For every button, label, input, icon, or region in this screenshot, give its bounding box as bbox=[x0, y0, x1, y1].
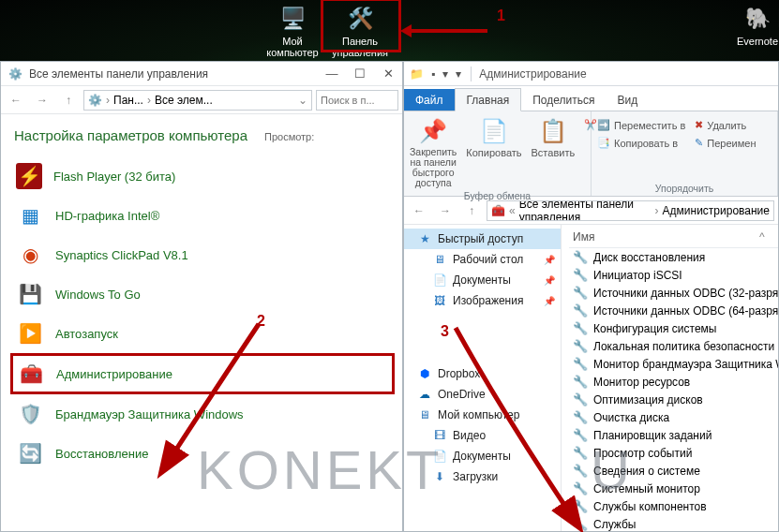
new-folder-icon[interactable]: ▾ bbox=[442, 67, 448, 81]
forward-button[interactable]: → bbox=[31, 89, 53, 111]
column-header[interactable]: Имя ^ bbox=[569, 229, 778, 248]
pin-to-quick-access-button[interactable]: 📌 Закрепить на панели быстрого доступа bbox=[410, 115, 457, 188]
breadcrumb-segment[interactable]: Все элементы панели управления bbox=[519, 200, 652, 221]
usb-drive-icon: 💾 bbox=[16, 280, 44, 308]
cp-item-firewall[interactable]: 🛡️ Брандмауэр Защитника Windows bbox=[10, 394, 395, 434]
nav-item-label: Рабочий стол bbox=[453, 253, 523, 266]
close-button[interactable]: ✕ bbox=[374, 66, 402, 81]
cp-item-autorun[interactable]: ▶️ Автозапуск bbox=[10, 314, 395, 353]
move-to-button[interactable]: ➡️Переместить в bbox=[597, 119, 685, 131]
file-item[interactable]: 🔧Локальная политика безопасности bbox=[569, 337, 778, 355]
annotation-number-1: 1 bbox=[497, 7, 505, 24]
copy-to-button[interactable]: 📑Копировать в bbox=[597, 137, 685, 149]
control-panel-icon: ⚙️ bbox=[88, 94, 102, 107]
file-item[interactable]: 🔧Службы bbox=[569, 515, 778, 531]
onedrive-icon: ☁ bbox=[417, 388, 432, 401]
desktop-icon-cropped[interactable]: 📓 No bbox=[772, 4, 779, 47]
nav-onedrive[interactable]: ☁ OneDrive bbox=[404, 384, 561, 405]
desktop-icon-evernote[interactable]: 🐘 Evernote bbox=[726, 4, 779, 47]
cp-item-synaptics[interactable]: ◉ Synaptics ClickPad V8.1 bbox=[10, 235, 395, 274]
file-item[interactable]: 🔧Источники данных ODBC (32-разрядна... bbox=[569, 284, 778, 302]
paste-button[interactable]: 📋 Вставить bbox=[532, 115, 576, 188]
admin-tools-icon: 🧰 bbox=[491, 204, 505, 217]
shortcut-icon: 🔧 bbox=[573, 392, 588, 406]
nav-downloads[interactable]: ⬇ Загрузки bbox=[404, 466, 561, 487]
monitor-icon: 🖥️ bbox=[277, 4, 307, 34]
file-item[interactable]: 🔧Монитор ресурсов bbox=[569, 373, 778, 391]
file-item[interactable]: 🔧Инициатор iSCSI bbox=[569, 266, 778, 284]
recovery-icon: 🔄 bbox=[16, 439, 44, 467]
breadcrumb-segment[interactable]: Администрирование bbox=[663, 204, 770, 217]
monitor-icon: 🖥 bbox=[417, 408, 432, 421]
file-item[interactable]: 🔧Планировщик заданий bbox=[569, 426, 778, 444]
breadcrumb[interactable]: 🧰 « Все элементы панели управления › Адм… bbox=[487, 200, 774, 221]
forward-button[interactable]: → bbox=[434, 200, 457, 222]
file-item[interactable]: 🔧Просмотр событий bbox=[569, 444, 778, 462]
search-input[interactable] bbox=[316, 90, 398, 111]
maximize-button[interactable]: ☐ bbox=[346, 66, 374, 81]
nav-videos[interactable]: 🎞 Видео bbox=[404, 425, 561, 446]
qat-dropdown-icon[interactable]: ▾ bbox=[456, 67, 461, 81]
file-item[interactable]: 🔧Очистка диска bbox=[569, 408, 778, 426]
desktop-icon-control-panel[interactable]: 🛠️ Панельуправления bbox=[328, 4, 392, 58]
up-button[interactable]: ↑ bbox=[460, 200, 483, 222]
column-name[interactable]: Имя bbox=[573, 230, 759, 244]
file-item[interactable]: 🔧Службы компонентов bbox=[569, 497, 778, 515]
cp-item-windows-to-go[interactable]: 💾 Windows To Go bbox=[10, 274, 395, 314]
breadcrumb-segment[interactable]: Пан... bbox=[113, 94, 143, 107]
ribbon-tabs: Файл Главная Поделиться Вид bbox=[404, 86, 778, 111]
tab-share[interactable]: Поделиться bbox=[521, 89, 606, 111]
back-button[interactable]: ← bbox=[408, 200, 430, 222]
delete-button[interactable]: ✖Удалить bbox=[695, 119, 756, 131]
breadcrumb-segment[interactable]: Все элем... bbox=[155, 94, 213, 107]
cp-item-flash[interactable]: ⚡ Flash Player (32 бита) bbox=[10, 156, 395, 196]
nav-desktop[interactable]: 🖥 Рабочий стол 📌 bbox=[404, 249, 561, 270]
file-item[interactable]: 🔧Монитор брандмауэра Защитника Win... bbox=[569, 355, 778, 373]
desktop-icon-my-computer[interactable]: 🖥️ Мойкомпьютер bbox=[261, 4, 324, 58]
cp-item-list: ⚡ Flash Player (32 бита) ▦ HD-графика In… bbox=[1, 151, 402, 473]
copy-button[interactable]: 📄 Копировать bbox=[466, 115, 521, 188]
file-item[interactable]: 🔧Системный монитор bbox=[569, 480, 778, 497]
cp-item-intel-hd[interactable]: ▦ HD-графика Intel® bbox=[10, 196, 395, 235]
tab-file[interactable]: Файл bbox=[404, 89, 455, 111]
shortcut-icon: 🔧 bbox=[573, 357, 588, 371]
file-item-label: Источники данных ODBC (64-разрядна... bbox=[593, 304, 778, 318]
nav-pictures[interactable]: 🖼 Изображения 📌 bbox=[404, 290, 561, 311]
properties-icon[interactable]: ▪ bbox=[431, 67, 435, 81]
download-icon: ⬇ bbox=[432, 470, 447, 483]
nav-documents-2[interactable]: 📄 Документы bbox=[404, 446, 561, 466]
rename-button[interactable]: ✎Переимен bbox=[695, 137, 756, 149]
file-item-label: Сведения о системе bbox=[593, 465, 700, 478]
shortcut-icon: 🔧 bbox=[573, 499, 588, 513]
file-item[interactable]: 🔧Источники данных ODBC (64-разрядна... bbox=[569, 302, 778, 319]
control-panel-icon: ⚙️ bbox=[7, 66, 23, 82]
cp-item-label: Автозапуск bbox=[55, 327, 118, 341]
up-button[interactable]: ↑ bbox=[57, 89, 80, 111]
ribbon: 📌 Закрепить на панели быстрого доступа 📄… bbox=[404, 111, 778, 197]
nav-documents[interactable]: 📄 Документы 📌 bbox=[404, 270, 561, 290]
file-item[interactable]: 🔧Сведения о системе bbox=[569, 462, 778, 480]
tab-view[interactable]: Вид bbox=[606, 89, 649, 111]
file-item[interactable]: 🔧Оптимизация дисков bbox=[569, 391, 778, 408]
tab-home[interactable]: Главная bbox=[455, 88, 522, 111]
pin-icon: 📌 bbox=[544, 296, 555, 306]
file-item[interactable]: 🔧Диск восстановления bbox=[569, 248, 778, 266]
firewall-icon: 🛡️ bbox=[16, 400, 44, 428]
file-item[interactable]: 🔧Конфигурация системы bbox=[569, 319, 778, 337]
shortcut-icon: 🔧 bbox=[573, 286, 588, 300]
nav-item-label: Загрузки bbox=[453, 470, 498, 483]
video-icon: 🎞 bbox=[432, 429, 447, 442]
documents-icon: 📄 bbox=[432, 450, 447, 463]
file-item-label: Монитор брандмауэра Защитника Win... bbox=[593, 358, 778, 371]
cp-item-recovery[interactable]: 🔄 Восстановление bbox=[10, 434, 395, 473]
nav-dropbox[interactable]: ⬢ Dropbox bbox=[404, 363, 561, 384]
cp-item-administration[interactable]: 🧰 Администрирование bbox=[10, 353, 395, 394]
nav-my-computer[interactable]: 🖥 Мой компьютер bbox=[404, 405, 561, 425]
nav-quick-access[interactable]: ★ Быстрый доступ bbox=[404, 229, 561, 249]
back-button[interactable]: ← bbox=[5, 89, 27, 111]
minimize-button[interactable]: — bbox=[318, 66, 346, 81]
nav-item-label: Dropbox bbox=[438, 367, 480, 380]
breadcrumb[interactable]: ⚙️ › Пан... › Все элем... ⌄ bbox=[83, 90, 312, 111]
folder-icon[interactable]: 📁 bbox=[410, 67, 424, 81]
delete-icon: ✖ bbox=[695, 119, 703, 131]
